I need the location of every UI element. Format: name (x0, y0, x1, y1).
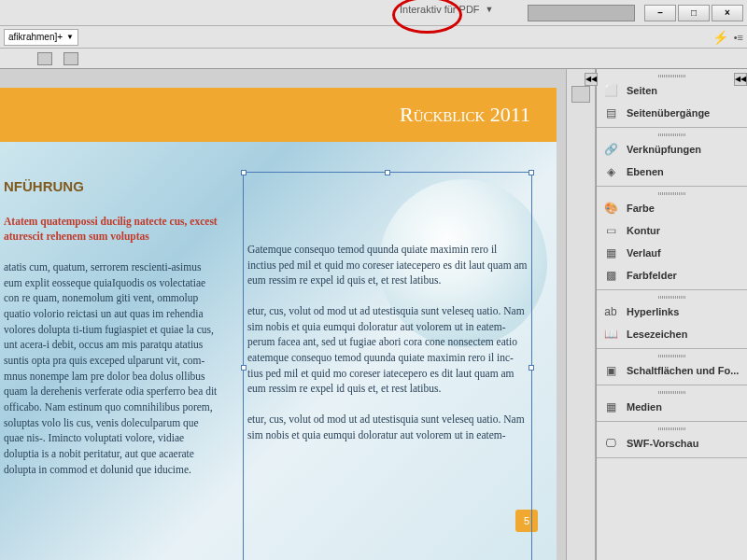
lesezeichen-icon: 📖 (602, 327, 619, 342)
page-number-badge: 5 (515, 510, 538, 532)
panel-item-label: Seiten (627, 85, 657, 96)
strip-icon-1[interactable] (571, 86, 590, 103)
panel-grip[interactable] (597, 189, 747, 197)
panel-item-label: Verlauf (627, 247, 661, 259)
panel-grip[interactable] (597, 425, 747, 432)
medien-icon: ▦ (602, 399, 619, 414)
panel-item-farbe[interactable]: 🎨Farbe (597, 197, 747, 219)
panel-item-swf-vorschau[interactable]: 🖵SWF-Vorschau (597, 432, 747, 455)
panel-group: ⬜Seiten▤Seitenübergänge (597, 69, 747, 128)
panel-group: 🖵SWF-Vorschau (597, 422, 747, 458)
application-titlebar: Interaktiv für PDF ▼ – □ × (0, 0, 747, 26)
tool-icon-b[interactable] (63, 52, 78, 65)
panel-item-kontur[interactable]: ▭Kontur (597, 219, 747, 242)
workspace-dropdown[interactable]: Interaktiv für PDF ▼ (400, 4, 494, 15)
tool-icon-a[interactable] (37, 52, 52, 65)
panel-grip[interactable] (597, 72, 747, 79)
page-title: Rückblick 2011 (400, 103, 530, 127)
panel-item-label: Farbe (627, 203, 655, 214)
verlauf-icon: ▦ (602, 245, 619, 260)
close-button[interactable]: × (712, 5, 743, 21)
control-toolbar: afikrahmen]+ ▼ ⚡ •≡ (0, 26, 747, 49)
body-text-2c: etur, cus, volut od mod ut ad utestisqui… (247, 412, 528, 442)
frame-type-label: afikrahmen]+ (8, 32, 63, 42)
collapsed-panel-strip (566, 69, 596, 560)
panel-group: abHyperlinks📖Lesezeichen (597, 290, 747, 349)
page-canvas: Rückblick 2011 NFÜHRUNG Atatem quatempos… (0, 88, 557, 560)
panel-grip[interactable] (597, 388, 747, 396)
panel-item-label: Kontur (627, 225, 660, 236)
panel-item-farbfelder[interactable]: ▩Farbfelder (597, 264, 747, 287)
kontur-icon: ▭ (602, 223, 619, 238)
workspace-label: Interaktiv für PDF (400, 4, 480, 15)
page: Rückblick 2011 NFÜHRUNG Atatem quatempos… (0, 88, 557, 560)
chevron-down-icon: ▼ (486, 5, 494, 14)
panel-item-label: Hyperlinks (627, 306, 679, 317)
panel-item-verlauf[interactable]: ▦Verlauf (597, 242, 747, 264)
panel-item-label: Seitenübergänge (627, 107, 710, 119)
panel-group: ▦Medien (597, 385, 747, 422)
body-text-1: atatis cum, quatum, serrorem rescienti-a… (4, 259, 219, 477)
page-header-band: Rückblick 2011 (0, 88, 557, 142)
hyperlinks-icon: ab (602, 304, 619, 319)
panel-item-lesezeichen[interactable]: 📖Lesezeichen (597, 323, 747, 345)
panel-grip[interactable] (597, 293, 747, 301)
farbfelder-icon: ▩ (602, 268, 619, 283)
maximize-button[interactable]: □ (678, 5, 710, 21)
panel-grip[interactable] (597, 352, 747, 359)
panel-collapse-left[interactable]: ◀◀ (585, 73, 598, 86)
panel-toggle-button[interactable]: •≡ (734, 32, 743, 43)
panel-item-schaltfl-chen-und-fo-[interactable]: ▣Schaltflächen und Fo... (597, 359, 747, 382)
lightning-icon[interactable]: ⚡ (712, 30, 728, 45)
ebenen-icon: ◈ (602, 164, 619, 179)
panel-item-label: Medien (627, 401, 662, 413)
seiten-icon: ⬜ (602, 83, 619, 98)
panel-item-label: Ebenen (627, 166, 664, 177)
panel-item-ebenen[interactable]: ◈Ebenen (597, 161, 747, 183)
swf-vorschau-icon: 🖵 (602, 436, 619, 451)
panel-item-seiten[interactable]: ⬜Seiten (597, 79, 747, 102)
panel-group: ▣Schaltflächen und Fo... (597, 349, 747, 385)
panel-group: 🎨Farbe▭Kontur▦Verlauf▩Farbfelder (597, 187, 747, 290)
lead-paragraph: Atatem quatempossi ducilig natecte cus, … (4, 214, 219, 245)
panel-item-label: Schaltflächen und Fo... (627, 365, 739, 376)
panel-item-medien[interactable]: ▦Medien (597, 396, 747, 418)
panel-item-label: Farbfelder (627, 270, 677, 281)
options-toolbar (0, 49, 747, 69)
panel-item-label: Verknüpfungen (627, 144, 701, 155)
window-controls: – □ × (642, 5, 743, 21)
panel-item-verkn-pfungen[interactable]: 🔗Verknüpfungen (597, 138, 747, 161)
panel-group: 🔗Verknüpfungen◈Ebenen (597, 128, 747, 187)
farbe-icon: 🎨 (602, 201, 619, 216)
schaltfl-chen-und-fo--icon: ▣ (602, 363, 619, 378)
body-text-2b: etur, cus, volut od mod ut ad utestisqui… (247, 303, 528, 397)
section-heading: NFÜHRUNG (4, 176, 219, 197)
panel-item-label: SWF-Vorschau (627, 438, 698, 449)
page-content-columns: NFÜHRUNG Atatem quatempossi ducilig nate… (0, 176, 557, 478)
column-2: Gatemque consequo temod quunda quiate ma… (247, 176, 528, 478)
frame-type-dropdown[interactable]: afikrahmen]+ ▼ (4, 29, 78, 46)
search-input[interactable] (528, 5, 635, 21)
minimize-button[interactable]: – (644, 5, 676, 21)
body-text-2a: Gatemque consequo temod quunda quiate ma… (247, 242, 528, 288)
panel-item-hyperlinks[interactable]: abHyperlinks (597, 301, 747, 323)
panels-column: ⬜Seiten▤Seitenübergänge🔗Verknüpfungen◈Eb… (596, 69, 747, 560)
panel-collapse-right[interactable]: ◀◀ (734, 73, 747, 86)
verkn-pfungen-icon: 🔗 (602, 142, 619, 157)
chevron-down-icon: ▼ (66, 33, 74, 41)
column-1: NFÜHRUNG Atatem quatempossi ducilig nate… (0, 176, 219, 478)
document-viewport[interactable]: Rückblick 2011 NFÜHRUNG Atatem quatempos… (0, 69, 566, 560)
panel-item-label: Lesezeichen (627, 329, 687, 340)
panel-item-seiten-berg-nge[interactable]: ▤Seitenübergänge (597, 102, 747, 124)
main-area: Rückblick 2011 NFÜHRUNG Atatem quatempos… (0, 69, 747, 560)
panel-grip[interactable] (597, 131, 747, 138)
seiten-berg-nge-icon: ▤ (602, 105, 619, 120)
